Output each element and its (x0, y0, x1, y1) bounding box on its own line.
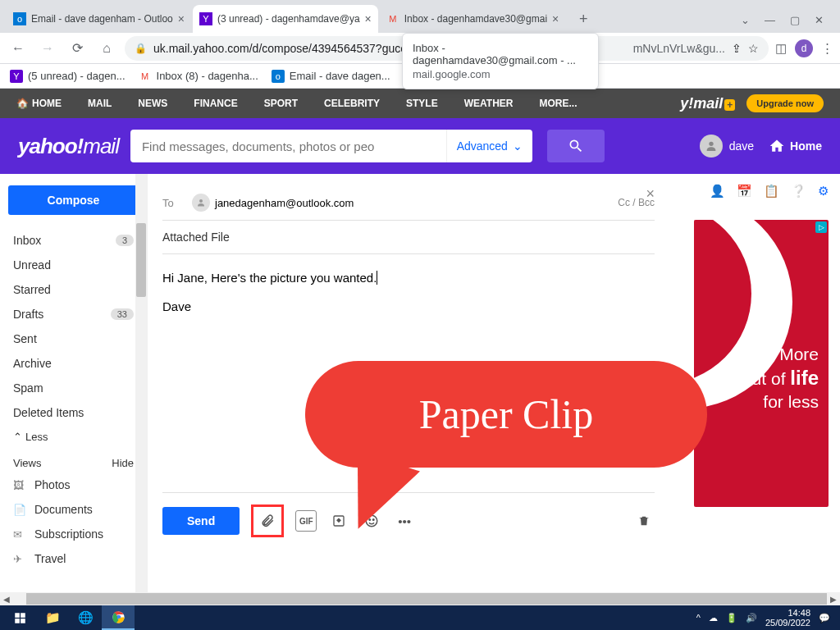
home-button[interactable]: ⌂ (95, 37, 118, 60)
bookmark-yahoo[interactable]: Y (5 unread) - dagen... (10, 70, 126, 83)
bookmark-label: Email - dave dagen... (290, 70, 390, 82)
star-icon[interactable]: ☆ (748, 42, 759, 55)
yahoo-header: yahoo!mail Advanced⌄ dave Home (0, 118, 840, 174)
yahoo-mail-logo[interactable]: yahoo!mail (18, 134, 119, 159)
lock-icon: 🔒 (135, 43, 147, 54)
back-button[interactable]: ← (7, 37, 30, 60)
reload-button[interactable]: ⟳ (66, 37, 89, 60)
svg-rect-8 (15, 619, 20, 623)
folder-sent[interactable]: Sent (8, 326, 139, 351)
folder-starred[interactable]: Starred (8, 277, 139, 302)
badge: 33 (111, 308, 134, 320)
nav-label: HOME (32, 98, 62, 109)
close-icon[interactable]: × (178, 12, 185, 25)
nav-home[interactable]: 🏠HOME (16, 98, 62, 109)
close-compose-button[interactable]: × (646, 185, 655, 203)
compose-button[interactable]: Compose (8, 185, 139, 215)
tab-tooltip: Inbox - dagenhamdave30@gmail.com - ... m… (402, 33, 599, 89)
ad-text: More out of life for less (742, 343, 819, 413)
advanced-search[interactable]: Advanced⌄ (446, 130, 532, 162)
chrome-icon[interactable] (102, 605, 135, 630)
profile-avatar[interactable]: d (795, 39, 813, 57)
home-link[interactable]: Home (769, 138, 822, 154)
maximize-icon[interactable]: ▢ (790, 14, 800, 26)
browser-tab-strip: o Email - dave dagenham - Outloo × Y (3 … (0, 0, 840, 33)
send-button[interactable]: Send (162, 507, 240, 535)
right-toolbar: 👤 📅 📋 ❔ ⚙ (710, 184, 829, 199)
extensions-icon[interactable]: ◫ (775, 41, 787, 56)
ad-badge-icon: ▷ (815, 221, 827, 233)
scroll-left-icon[interactable]: ◀ (0, 595, 13, 604)
browser-tab-outlook[interactable]: o Email - dave dagenham - Outloo × (7, 5, 191, 33)
scroll-right-icon[interactable]: ▶ (827, 595, 840, 604)
new-tab-button[interactable]: + (572, 7, 595, 30)
battery-icon[interactable]: 🔋 (726, 613, 737, 623)
help-icon[interactable]: ❔ (791, 184, 806, 199)
forward-button[interactable]: → (36, 37, 59, 60)
less-toggle[interactable]: ⌃Less (8, 425, 139, 449)
close-window-icon[interactable]: ✕ (815, 14, 824, 26)
menu-icon[interactable]: ⋮ (821, 41, 833, 56)
volume-icon[interactable]: 🔊 (746, 613, 757, 623)
tab-title: Inbox - dagenhamdave30@gmai (404, 13, 547, 25)
folder-archive[interactable]: Archive (8, 351, 139, 376)
attach-highlight (251, 504, 284, 537)
clock[interactable]: 14:48 25/09/2022 (765, 608, 810, 628)
hide-button[interactable]: Hide (112, 457, 134, 469)
upgrade-button[interactable]: Upgrade now (746, 94, 824, 112)
nav-mail[interactable]: MAIL (88, 98, 112, 109)
folder-spam[interactable]: Spam (8, 376, 139, 400)
nav-sport[interactable]: SPORT (264, 98, 298, 109)
view-label: Documents (34, 503, 93, 516)
browser-tab-gmail[interactable]: M Inbox - dagenhamdave30@gmai × (380, 5, 565, 33)
attach-button[interactable] (257, 510, 278, 532)
search-input[interactable] (130, 139, 446, 153)
folder-deleted[interactable]: Deleted Items (8, 400, 139, 425)
tray-chevron-icon[interactable]: ^ (696, 613, 701, 623)
yahoo-icon: Y (10, 70, 23, 83)
date: 25/09/2022 (765, 618, 810, 628)
edge-icon[interactable]: 🌐 (69, 605, 102, 630)
recipient-chip[interactable]: janedagenham@outlook.com (192, 194, 354, 212)
gif-button[interactable]: GIF (295, 510, 317, 532)
close-icon[interactable]: × (365, 12, 372, 25)
view-documents[interactable]: 📄Documents (8, 497, 139, 522)
folder-drafts[interactable]: Drafts33 (8, 302, 139, 326)
view-photos[interactable]: 🖼Photos (8, 472, 139, 497)
browser-tab-yahoo[interactable]: Y (3 unread) - dagenhamdave@ya × (193, 5, 378, 33)
close-icon[interactable]: × (552, 12, 559, 25)
nav-celebrity[interactable]: CELEBRITY (324, 98, 380, 109)
discard-button[interactable] (633, 510, 655, 532)
file-explorer-icon[interactable]: 📁 (36, 605, 69, 630)
search-wrap: Advanced⌄ (130, 130, 532, 162)
minimize-icon[interactable]: — (765, 14, 775, 26)
folder-inbox[interactable]: Inbox3 (8, 228, 139, 253)
chevron-down-icon[interactable]: ⌄ (741, 14, 750, 26)
start-button[interactable] (3, 605, 36, 630)
notepad-icon[interactable]: 📋 (764, 184, 779, 199)
subject-field[interactable]: Attached File (162, 221, 655, 254)
view-label: Subscriptions (34, 527, 103, 541)
folder-unread[interactable]: Unread (8, 253, 139, 277)
contacts-icon[interactable]: 👤 (710, 184, 725, 199)
sidebar-scrollbar[interactable] (135, 174, 147, 609)
onedrive-icon[interactable]: ☁ (709, 613, 718, 623)
nav-news[interactable]: NEWS (138, 98, 167, 109)
nav-finance[interactable]: FINANCE (194, 98, 237, 109)
search-button[interactable] (547, 130, 605, 162)
nav-more[interactable]: MORE... (539, 98, 577, 109)
view-subscriptions[interactable]: ✉Subscriptions (8, 522, 139, 546)
settings-icon[interactable]: ⚙ (818, 184, 829, 199)
notifications-icon[interactable]: 💬 (819, 613, 830, 623)
share-icon[interactable]: ⇪ (732, 42, 742, 55)
calendar-icon[interactable]: 📅 (737, 184, 752, 199)
nav-weather[interactable]: WEATHER (464, 98, 514, 109)
user-menu[interactable]: dave (700, 135, 754, 158)
horizontal-scrollbar[interactable]: ◀ ▶ (0, 592, 840, 605)
bookmark-outlook[interactable]: o Email - dave dagen... (272, 70, 390, 83)
nav-style[interactable]: STYLE (406, 98, 438, 109)
view-travel[interactable]: ✈Travel (8, 546, 139, 571)
ad-panel[interactable]: ▷ More out of life for less (694, 220, 829, 507)
bookmark-gmail[interactable]: M Inbox (8) - dagenha... (139, 70, 258, 83)
tooltip-title: Inbox - dagenhamdave30@gmail.com - ... (413, 42, 588, 66)
